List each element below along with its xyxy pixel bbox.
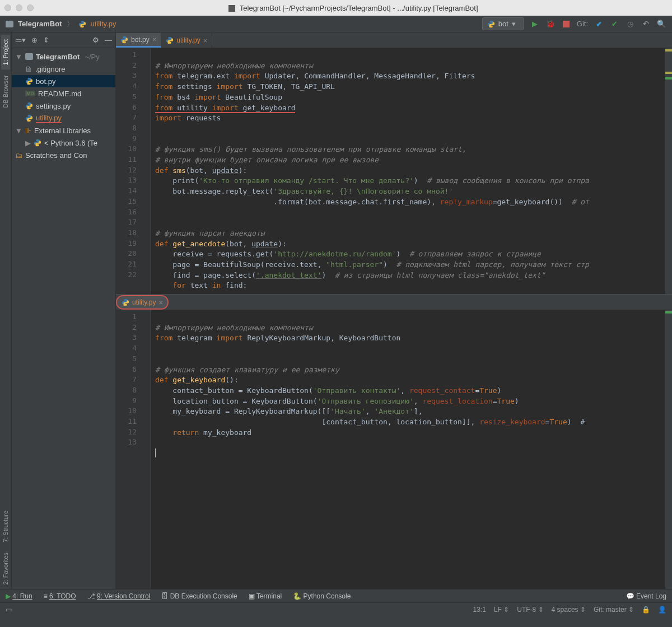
tool-event-log[interactable]: 💬 Event Log <box>626 592 666 600</box>
project-view-selector[interactable]: ▭▾ <box>15 36 26 44</box>
project-tree[interactable]: ▼ TelegramBot ~/Py 🗎 .gitignore bot.py M… <box>12 48 115 589</box>
search-icon[interactable]: 🔍 <box>656 19 666 29</box>
history-icon[interactable]: ◷ <box>625 19 635 29</box>
python-file-icon <box>122 298 129 306</box>
breadcrumb-file[interactable]: utility.py <box>91 20 116 28</box>
editor-area: bot.py × utility.py × 1 2 3 4 5 6 7 <box>116 32 672 589</box>
expand-icon[interactable]: ▶ <box>25 139 31 147</box>
line-number: 16 <box>128 208 137 216</box>
stop-button[interactable] <box>561 19 571 29</box>
run-config-selector[interactable]: bot ▾ <box>482 17 524 30</box>
ext-lib-label: External Libraries <box>34 127 91 135</box>
python-icon <box>487 20 495 28</box>
close-tab-icon[interactable]: × <box>158 298 163 307</box>
python-file-icon <box>78 20 86 28</box>
window-title: TelegramBot [~/PycharmProjects/TelegramB… <box>39 4 668 12</box>
cursor-position[interactable]: 13:1 <box>473 606 486 614</box>
tool-tab-favorites[interactable]: 2: Favorites <box>1 548 10 589</box>
inspector-icon[interactable]: 👤 <box>658 606 666 614</box>
expand-icon[interactable]: ▼ <box>15 53 22 61</box>
tree-external-libraries[interactable]: ▼ ⊪ External Libraries <box>12 124 115 137</box>
tree-item-utility-py[interactable]: utility.py <box>12 112 115 124</box>
vertical-scrollbar[interactable] <box>665 310 672 589</box>
editor-pane-bottom[interactable]: 1 2 3 4 5 6 7 8 9 10 11 12 13 # Импортир… <box>116 310 672 589</box>
tree-item-gitignore[interactable]: 🗎 .gitignore <box>12 63 115 75</box>
line-number: 15 <box>128 197 137 205</box>
encoding[interactable]: UTF-8 ⇕ <box>517 606 543 614</box>
tab-bot-py[interactable]: bot.py × <box>116 33 161 48</box>
line-number: 17 <box>128 218 137 226</box>
revert-icon[interactable]: ↶ <box>641 19 651 29</box>
tool-todo[interactable]: ≡ 6: TODO <box>44 592 76 600</box>
expand-icon[interactable]: ▼ <box>15 127 22 135</box>
code-content-top[interactable]: # Импортируем необходимые компоненты fro… <box>155 50 665 291</box>
line-number: 9 <box>132 396 137 405</box>
folder-icon <box>6 21 13 27</box>
close-tab-icon[interactable]: × <box>152 35 157 44</box>
tree-root[interactable]: ▼ TelegramBot ~/Py <box>12 50 115 63</box>
line-number: 5 <box>132 92 137 101</box>
close-tab-icon[interactable]: × <box>203 36 208 45</box>
tree-root-label: TelegramBot <box>36 53 80 61</box>
line-number: 14 <box>128 186 137 195</box>
maximize-window-icon[interactable] <box>27 4 34 11</box>
tree-item-settings-py[interactable]: settings.py <box>12 100 115 112</box>
line-ending[interactable]: LF ⇕ <box>494 606 509 614</box>
tab-utility-py[interactable]: utility.py × <box>161 33 212 48</box>
tree-item-readme[interactable]: MD README.md <box>12 87 115 100</box>
file-label: .gitignore <box>35 65 65 73</box>
debug-button[interactable]: 🐞 <box>545 19 556 29</box>
line-number: 7 <box>132 375 137 383</box>
file-label: README.md <box>38 90 81 98</box>
collapse-all-icon[interactable]: ⇕ <box>43 36 49 44</box>
line-number: 8 <box>132 386 137 394</box>
close-window-icon[interactable] <box>4 4 11 11</box>
code-content-bottom[interactable]: # Импортируем необходимые компоненты fro… <box>155 312 665 461</box>
project-toolbar: ▭▾ ⊕ ⇕ ⚙ — <box>12 32 115 48</box>
tool-db-console[interactable]: 🗄 DB Execution Console <box>161 592 237 600</box>
tool-run[interactable]: ▶ 4: Run <box>6 592 32 600</box>
run-button[interactable]: ▶ <box>530 19 540 29</box>
tool-tab-db-browser[interactable]: DB Browser <box>1 71 10 113</box>
gutter: 1 2 3 4 5 6 7 8 9 10 11 12 13 14 15 16 1 <box>116 48 151 294</box>
bottom-tool-tabs: ▶ 4: Run ≡ 6: TODO ⎇ 9: Version Control … <box>0 589 672 602</box>
tool-tab-project[interactable]: 1: Project <box>1 35 10 69</box>
git-update-icon[interactable]: ⬋ <box>594 19 604 29</box>
tab-utility-py-bottom[interactable]: utility.py × <box>116 295 169 310</box>
hide-panel-icon[interactable]: — <box>105 36 112 44</box>
git-label: Git: <box>577 20 588 28</box>
tool-python-console[interactable]: 🐍 Python Console <box>293 592 351 600</box>
scratches-label: Scratches and Con <box>25 151 87 160</box>
line-number: 12 <box>128 428 137 436</box>
editor-pane-top[interactable]: 1 2 3 4 5 6 7 8 9 10 11 12 13 14 15 16 1 <box>116 48 672 294</box>
traffic-lights[interactable] <box>4 4 34 11</box>
chevron-right-icon: 〉 <box>67 19 74 29</box>
tree-python-env[interactable]: ▶ < Python 3.6 (Te <box>12 137 115 149</box>
gear-icon[interactable]: ⚙ <box>92 36 99 44</box>
folder-icon <box>25 53 33 60</box>
tree-scratches[interactable]: 🗂 Scratches and Con <box>12 149 115 161</box>
line-number: 1 <box>132 50 137 59</box>
scroll-to-source-icon[interactable]: ⊕ <box>31 36 38 44</box>
tool-terminal[interactable]: ▣ Terminal <box>249 592 282 600</box>
tool-version-control[interactable]: ⎇ 9: Version Control <box>87 592 151 600</box>
git-commit-icon[interactable]: ✔ <box>609 19 619 29</box>
tab-label: bot.py <box>131 36 150 44</box>
file-icon: 🗎 <box>25 65 32 73</box>
tree-item-bot-py[interactable]: bot.py <box>12 75 115 87</box>
editor-tabs-bottom: utility.py × <box>116 294 672 310</box>
line-number: 10 <box>128 406 137 415</box>
status-toggle-icon[interactable]: ▭ <box>6 606 12 614</box>
tab-label: utility.py <box>176 36 200 44</box>
breadcrumb-project[interactable]: TelegramBot <box>18 20 62 28</box>
line-number: 10 <box>128 144 137 153</box>
line-number: 9 <box>132 134 137 143</box>
minimize-window-icon[interactable] <box>16 4 22 11</box>
lock-icon[interactable]: 🔒 <box>642 606 650 614</box>
indent[interactable]: 4 spaces ⇕ <box>552 606 586 614</box>
vertical-scrollbar[interactable] <box>665 48 672 294</box>
line-number: 12 <box>128 166 137 174</box>
git-branch[interactable]: Git: master ⇕ <box>594 606 634 614</box>
tool-tab-structure[interactable]: 7: Structure <box>1 506 10 547</box>
python-env-label: < Python 3.6 (Te <box>44 139 97 147</box>
